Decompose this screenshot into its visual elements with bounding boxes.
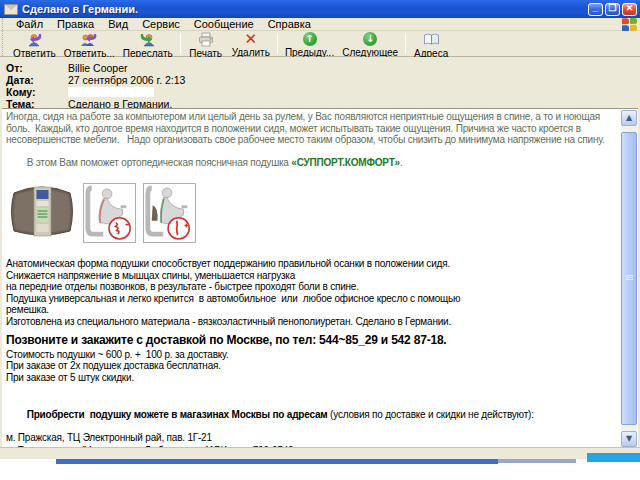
date-label: Дата: — [0, 74, 68, 86]
order-line: При заказе от 5 штук скидки. — [6, 372, 617, 384]
description-line: на передние отделы позвонков, в результа… — [6, 281, 617, 293]
toolbar-separator — [277, 33, 278, 54]
cushion-photo — [8, 183, 76, 239]
intro-paragraph: Иногда, сидя на работе за компьютером ил… — [6, 111, 617, 146]
restore-button[interactable]: ❐ — [605, 3, 620, 16]
description-line: Изготовлена из специального материала - … — [6, 316, 617, 328]
stores-heading: Приобрести подушку можете в магазинах Мо… — [6, 397, 617, 432]
reply-icon — [26, 32, 43, 47]
toolbar-separator — [180, 33, 181, 54]
reply-button[interactable]: Ответить — [9, 31, 60, 56]
menu-message[interactable]: Сообщение — [187, 18, 261, 31]
previous-icon: ↑ — [303, 32, 317, 46]
scrollbar-thumb[interactable] — [621, 132, 637, 425]
message-content: Иногда, сидя на работе за компьютером ил… — [2, 109, 621, 447]
description-line: Анатомическая форма подушки способствует… — [6, 258, 617, 270]
title-bar[interactable]: Сделано в Германии. _ ❐ ✕ — [0, 0, 640, 18]
to-row: Кому: — [0, 86, 640, 98]
scroll-up-button[interactable]: ▲ — [621, 110, 637, 126]
delete-button[interactable]: ✕ Удалить — [228, 31, 274, 56]
window-bottom-border — [0, 447, 640, 459]
to-value-redacted — [68, 87, 154, 97]
date-row: Дата: 27 сентября 2006 г. 2:13 — [0, 74, 640, 86]
menu-help[interactable]: Справка — [261, 18, 318, 31]
previous-button[interactable]: ↑ Предыду... — [281, 31, 338, 56]
store-address: м. Пражская, ТЦ Электронный рай, пав. 1Г… — [6, 432, 617, 444]
toolbar-grip[interactable] — [2, 31, 6, 56]
from-row: От: Billie Cooper — [0, 62, 640, 74]
posture-diagram-with-cushion — [143, 183, 196, 243]
date-value: 27 сентября 2006 г. 2:13 — [68, 74, 185, 86]
windows-logo-icon — [622, 17, 637, 31]
to-label: Кому: — [0, 86, 68, 98]
menu-tools[interactable]: Сервис — [135, 18, 187, 31]
next-button[interactable]: ↓ Следующее — [338, 31, 402, 56]
next-icon: ↓ — [363, 32, 377, 46]
vertical-scrollbar[interactable]: ▲ ▼ — [621, 110, 637, 447]
description-line: Подушка универсальная и легко крепится в… — [6, 293, 617, 305]
scroll-down-button[interactable]: ▼ — [621, 431, 637, 447]
from-value: Billie Cooper — [68, 62, 128, 74]
from-label: От: — [0, 62, 68, 74]
toolbar-separator — [405, 33, 406, 54]
message-body[interactable]: Иногда, сидя на работе за компьютером ил… — [2, 108, 638, 447]
menu-bar: Файл Правка Вид Сервис Сообщение Справка — [0, 18, 640, 31]
order-heading: Позвоните и закажите с доставкой по Моск… — [6, 335, 617, 347]
description-paragraph: Анатомическая форма подушки способствует… — [6, 258, 617, 327]
description-line: Снижается напряжение в мышцах спины, уме… — [6, 270, 617, 282]
taskbar-strip — [56, 459, 498, 464]
addresses-button[interactable]: Адреса — [409, 31, 453, 56]
print-icon — [198, 32, 214, 47]
forward-icon — [139, 32, 156, 47]
reply-all-icon — [80, 32, 98, 47]
description-line: ремешка. — [6, 304, 617, 316]
product-line: В этом Вам поможет ортопедическая поясни… — [6, 146, 617, 181]
order-line: Стоимость подушки ~ 600 р. + 100 р. за д… — [6, 349, 617, 361]
forward-button[interactable]: Переслать — [119, 31, 177, 56]
scrollbar-grip — [626, 275, 633, 281]
window-title: Сделано в Германии. — [22, 3, 138, 15]
message-header: От: Billie Cooper Дата: 27 сентября 2006… — [0, 57, 640, 108]
taskbar-strip-bright — [587, 453, 640, 462]
posture-diagram-without-cushion — [83, 183, 136, 243]
taskbar-strip-faded — [498, 459, 576, 463]
product-name: «СУППОРТ.КОМФОРТ» — [291, 157, 400, 168]
menu-file[interactable]: Файл — [9, 18, 50, 31]
rebar-grip[interactable] — [2, 18, 6, 30]
toolbar: Ответить Ответить... — [0, 31, 640, 57]
print-button[interactable]: Печать — [184, 31, 228, 56]
minimize-button[interactable]: _ — [588, 3, 603, 16]
addresses-icon — [423, 32, 440, 47]
email-client-window: Сделано в Германии. _ ❐ ✕ Файл Правка Ви… — [0, 0, 640, 480]
window-left-border — [0, 108, 2, 447]
menu-view[interactable]: Вид — [101, 18, 135, 31]
reply-all-button[interactable]: Ответить... — [60, 31, 119, 56]
close-button[interactable]: ✕ — [622, 3, 637, 16]
delete-icon: ✕ — [244, 32, 257, 46]
envelope-icon — [4, 4, 18, 15]
menu-edit[interactable]: Правка — [50, 18, 101, 31]
product-images — [8, 183, 617, 245]
order-line: При заказе от 2х подушек доставка беспла… — [6, 360, 617, 372]
